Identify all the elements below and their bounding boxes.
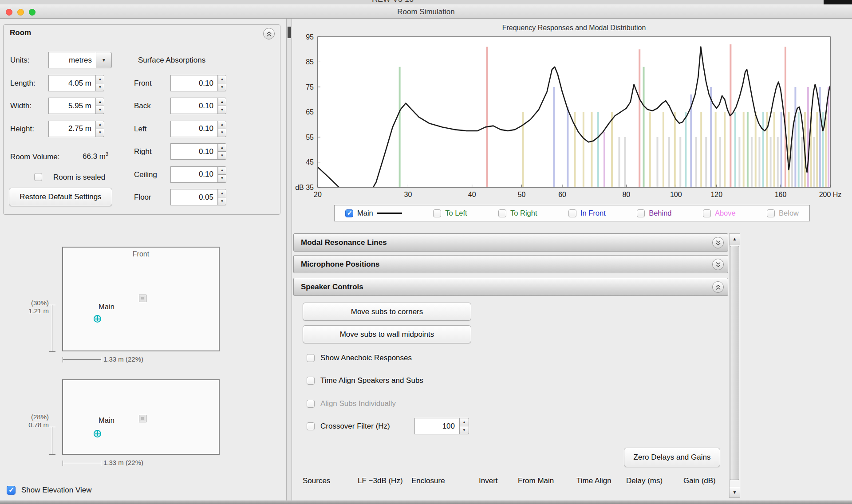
absorption-field[interactable]: 0.10	[170, 166, 218, 183]
speaker-option-checkbox[interactable]	[307, 422, 315, 430]
main-speaker-icon[interactable]	[94, 430, 101, 437]
spinner-up-icon[interactable]: ▲	[218, 143, 226, 152]
legend-item-main[interactable]: Main	[345, 209, 402, 217]
spinner[interactable]: ▲▼	[218, 166, 226, 183]
spinner-up-icon[interactable]: ▲	[459, 418, 469, 426]
window-content: Room Units: metres ▼ Length:4.05 m▲▼Widt…	[0, 19, 852, 500]
scrollbar-thumb[interactable]	[730, 246, 739, 480]
spinner-up-icon[interactable]: ▲	[96, 75, 104, 83]
spinner[interactable]: ▲▼	[218, 143, 226, 160]
spinner-up-icon[interactable]: ▲	[96, 121, 104, 129]
listener-position-marker[interactable]	[139, 295, 146, 302]
absorption-label: Ceiling	[134, 170, 157, 179]
absorption-field[interactable]: 0.10	[170, 98, 218, 114]
room-dimension-field[interactable]: 2.75 m	[48, 121, 96, 137]
svg-text:120: 120	[710, 191, 722, 198]
spinner-down-icon[interactable]: ▼	[96, 83, 104, 91]
spinner-up-icon[interactable]: ▲	[218, 189, 226, 197]
crossover-frequency-field[interactable]: 100	[414, 418, 459, 434]
absorption-label: Left	[134, 125, 146, 134]
move-subs-corners-button[interactable]: Move subs to corners	[303, 303, 471, 321]
chart-title: Frequency Responses and Modal Distributi…	[502, 24, 646, 32]
svg-text:160: 160	[775, 191, 787, 198]
restore-defaults-button[interactable]: Restore Default Settings	[9, 188, 112, 206]
collapse-room-panel-icon[interactable]	[263, 28, 275, 39]
absorption-field[interactable]: 0.10	[170, 75, 218, 91]
room-plan-view[interactable]: Front Main	[62, 247, 220, 351]
speaker-option-checkbox[interactable]	[307, 377, 315, 385]
collapse-section-icon[interactable]	[712, 281, 724, 293]
legend-checkbox-below[interactable]	[767, 209, 775, 217]
legend-item-behind[interactable]: Behind	[637, 209, 671, 217]
legend-checkbox-behind[interactable]	[637, 209, 645, 217]
listener-position-marker[interactable]	[139, 415, 146, 422]
spinner-up-icon[interactable]: ▲	[218, 166, 226, 175]
spinner[interactable]: ▲▼	[218, 189, 226, 205]
elev-bottom-dim-value: 1.33 m (22%)	[103, 459, 143, 466]
absorption-field[interactable]: 0.05	[170, 189, 218, 205]
speaker-option-checkbox[interactable]	[307, 400, 315, 408]
spinner[interactable]: ▲▼	[218, 121, 226, 137]
section-speaker-controls[interactable]: Speaker Controls	[293, 278, 728, 296]
split-pane-divider[interactable]	[286, 19, 292, 500]
room-elevation-view[interactable]: Main	[62, 379, 220, 455]
scroll-down-icon[interactable]: ▼	[730, 487, 740, 497]
spinner[interactable]: ▲▼	[96, 121, 104, 137]
legend-checkbox-above[interactable]	[703, 209, 711, 217]
absorption-field[interactable]: 0.10	[170, 121, 218, 137]
legend-item-to-right[interactable]: To Right	[498, 209, 537, 217]
spinner-up-icon[interactable]: ▲	[218, 75, 226, 83]
response-line-sample	[377, 213, 402, 214]
legend-checkbox-to-left[interactable]	[433, 209, 441, 217]
plan-left-dimension-line	[52, 305, 52, 352]
spinner-down-icon[interactable]: ▼	[218, 106, 226, 114]
legend-checkbox-main[interactable]	[345, 209, 353, 217]
sources-table-header: LF −3dB (Hz)	[358, 476, 403, 485]
spinner-up-icon[interactable]: ▲	[218, 121, 226, 129]
move-subs-midpoints-button[interactable]: Move subs to wall midpoints	[303, 325, 471, 343]
spinner[interactable]: ▲▼	[96, 75, 104, 91]
spinner-down-icon[interactable]: ▼	[96, 106, 104, 114]
scroll-up-icon[interactable]: ▲	[730, 234, 740, 244]
show-elevation-checkbox[interactable]	[7, 486, 16, 495]
spinner-down-icon[interactable]: ▼	[459, 426, 469, 434]
expand-section-icon[interactable]	[712, 259, 724, 270]
legend-item-to-left[interactable]: To Left	[433, 209, 467, 217]
spinner-down-icon[interactable]: ▼	[218, 175, 226, 183]
chevron-down-icon[interactable]: ▼	[96, 52, 112, 68]
surface-absorptions-title: Surface Absorptions	[138, 56, 205, 65]
svg-text:75: 75	[306, 83, 314, 91]
main-speaker-label: Main	[95, 416, 118, 425]
spinner-down-icon[interactable]: ▼	[96, 129, 104, 137]
speaker-option-checkbox[interactable]	[307, 354, 315, 362]
zero-delays-gains-button[interactable]: Zero Delays and Gains	[624, 448, 720, 467]
legend-checkbox-to-right[interactable]	[498, 209, 506, 217]
legend-item-in-front[interactable]: In Front	[568, 209, 606, 217]
split-pane-collapse-handle[interactable]	[288, 27, 291, 38]
units-select[interactable]: metres ▼	[48, 52, 112, 68]
room-dimension-label: Height:	[10, 125, 34, 134]
room-settings-panel: Room Units: metres ▼ Length:4.05 m▲▼Widt…	[0, 19, 286, 500]
room-dimension-field[interactable]: 4.05 m	[48, 75, 96, 91]
spinner[interactable]: ▲▼	[96, 98, 104, 114]
vertical-scrollbar[interactable]: ▲ ▼	[729, 233, 740, 498]
spinner-up-icon[interactable]: ▲	[218, 98, 226, 106]
legend-item-above[interactable]: Above	[703, 209, 736, 217]
spinner-down-icon[interactable]: ▼	[218, 152, 226, 160]
crossover-spinner[interactable]: ▲ ▼	[459, 418, 469, 434]
room-dimension-field[interactable]: 5.95 m	[48, 98, 96, 114]
absorption-field[interactable]: 0.10	[170, 143, 218, 160]
spinner-down-icon[interactable]: ▼	[218, 197, 226, 205]
section-modal-resonance-lines[interactable]: Modal Resonance Lines	[293, 233, 728, 252]
legend-item-below[interactable]: Below	[767, 209, 799, 217]
spinner-down-icon[interactable]: ▼	[218, 129, 226, 137]
spinner-down-icon[interactable]: ▼	[218, 83, 226, 91]
spinner[interactable]: ▲▼	[218, 98, 226, 114]
legend-checkbox-in-front[interactable]	[568, 209, 576, 217]
expand-section-icon[interactable]	[712, 237, 724, 248]
spinner-up-icon[interactable]: ▲	[96, 98, 104, 106]
section-microphone-positions[interactable]: Microphone Positions	[293, 255, 728, 273]
main-speaker-icon[interactable]	[94, 315, 101, 323]
spinner[interactable]: ▲▼	[218, 75, 226, 91]
room-sealed-checkbox[interactable]	[34, 173, 42, 181]
